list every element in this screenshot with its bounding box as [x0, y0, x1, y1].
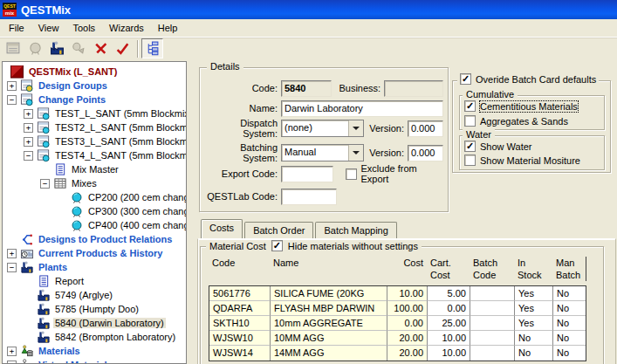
table-row[interactable]: QDARFAFLYASH MBP DARWIN100.000.00YesNo [209, 301, 586, 316]
cell-code[interactable]: WJSW10 [209, 331, 271, 346]
chevron-down-icon[interactable] [348, 145, 363, 161]
tree-item-mixes[interactable]: −Mixes [3, 176, 186, 190]
cell-in-stock[interactable]: No [515, 346, 553, 361]
tree-expander-plus[interactable]: + [7, 347, 17, 356]
tree-item-test3-l-sant-5mm-blockmixe[interactable]: +TEST3_L_SANT (5mm Blockmixe [3, 134, 186, 148]
cell-cart-cost[interactable]: 0.00 [428, 301, 470, 316]
cell-cost[interactable]: 0.00 [387, 316, 428, 331]
cell-cost[interactable]: 20.00 [387, 331, 428, 346]
table-row[interactable]: WJSW1414MM AGG20.0010.00NoNo [209, 346, 586, 361]
menu-tools[interactable]: Tools [65, 20, 102, 36]
aggregates-sands-checkbox[interactable] [464, 115, 476, 127]
cell-batch-code[interactable] [470, 301, 515, 316]
cell-in-stock[interactable]: Yes [515, 316, 553, 331]
cell-in-stock[interactable]: Yes [515, 301, 553, 316]
tree-item-designs-to-product-relations[interactable]: Designs to Product Relations [3, 232, 186, 246]
tree-item-5842-brompton-laboratory[interactable]: 5842 (Brompton Laboratory) [3, 330, 186, 344]
navigation-tree[interactable]: QESTMix (L_SANT)+Design Groups−Change Po… [2, 61, 187, 364]
tab-batch-mapping[interactable]: Batch Mapping [315, 222, 396, 238]
tree-expander-plus[interactable]: + [24, 137, 33, 147]
cell-name[interactable]: SILICA FUME (20KG [271, 286, 387, 301]
cell-name[interactable]: 10mm AGGREGATE [271, 316, 387, 331]
show-water-checkbox[interactable] [464, 141, 476, 152]
cell-name[interactable]: 10MM AGG [271, 331, 387, 346]
cell-code[interactable]: SKTH10 [209, 316, 271, 331]
exclude-from-export-checkbox[interactable] [346, 168, 357, 180]
cell-man-batch[interactable]: No [553, 316, 586, 331]
dispatch-version-field[interactable]: 0.000 [408, 120, 443, 137]
tree-item-5785-humpty-doo[interactable]: 5785 (Humpty Doo) [3, 302, 186, 316]
business-field[interactable] [384, 80, 443, 97]
tree-item-5749-arglye[interactable]: 5749 (Arglye) [3, 288, 186, 302]
batching-system-select[interactable]: Manual [281, 144, 364, 161]
delete-icon[interactable] [90, 38, 112, 58]
menu-help[interactable]: Help [151, 20, 185, 36]
tree-item-test-l-sant-5mm-blockmixes[interactable]: +TEST_L_SANT (5mm Blockmixes [3, 106, 186, 120]
cell-code[interactable]: 5061776 [209, 286, 271, 301]
cell-cost[interactable]: 20.00 [387, 346, 428, 361]
cell-in-stock[interactable]: Yes [515, 286, 553, 301]
tree-expander-minus[interactable]: − [7, 95, 17, 105]
cell-cost[interactable]: 10.00 [387, 286, 428, 301]
cell-man-batch[interactable]: No [553, 301, 586, 316]
tree-item-5840-darwin-laboratory[interactable]: 5840 (Darwin Laboratory) [3, 316, 186, 330]
menu-wizards[interactable]: Wizards [102, 20, 151, 36]
batching-version-field[interactable]: 0.000 [408, 145, 443, 161]
tree-expander-plus[interactable]: + [24, 123, 33, 133]
material-table[interactable]: 5061776SILICA FUME (20KG10.005.00YesNoQD… [209, 285, 586, 361]
tree-expander-plus[interactable]: + [7, 81, 17, 91]
cementitious-materials-checkbox[interactable] [464, 100, 476, 112]
tree-item-virtual-materials[interactable]: +Virtual Materials [3, 358, 186, 364]
menu-view[interactable]: View [31, 20, 66, 36]
tree-item-materials[interactable]: +Materials [3, 344, 186, 358]
export-code-field[interactable] [281, 166, 333, 182]
tree-expander-minus[interactable]: − [24, 151, 33, 161]
cell-man-batch[interactable]: No [553, 346, 586, 361]
transfer-icon[interactable] [68, 38, 90, 58]
tab-costs[interactable]: Costs [201, 219, 243, 238]
tree-expander-plus[interactable]: + [7, 361, 17, 364]
cell-cart-cost[interactable]: 5.00 [428, 286, 470, 301]
tree-item-change-points[interactable]: −Change Points [3, 93, 186, 106]
cell-man-batch[interactable]: No [553, 331, 586, 346]
title-bar[interactable]: QEST mix QESTMix [0, 0, 617, 19]
apply-icon[interactable] [112, 38, 134, 58]
tree-expander-plus[interactable]: + [7, 249, 17, 258]
tree-expander-plus[interactable]: + [24, 109, 33, 119]
qestlab-code-field[interactable] [281, 189, 337, 205]
batch-card-icon[interactable] [3, 38, 24, 58]
cell-name[interactable]: 14MM AGG [271, 346, 387, 361]
cell-man-batch[interactable]: No [553, 286, 586, 301]
tree-expander-minus[interactable]: − [40, 179, 50, 189]
show-material-moisture-checkbox[interactable] [464, 155, 476, 166]
cell-cart-cost[interactable]: 10.00 [428, 346, 470, 361]
name-field[interactable]: Darwin Laboratory [281, 100, 443, 117]
tree-expander-minus[interactable]: − [7, 263, 17, 272]
chevron-down-icon[interactable] [348, 120, 363, 136]
cell-code[interactable]: WJSW14 [209, 346, 271, 361]
tree-item-report[interactable]: Report [3, 274, 186, 288]
cell-in-stock[interactable]: No [515, 331, 553, 346]
table-row[interactable]: WJSW1010MM AGG20.0010.00NoNo [209, 331, 586, 346]
cell-batch-code[interactable] [470, 331, 515, 346]
menu-file[interactable]: File [2, 20, 31, 36]
tree-item-plants[interactable]: −Plants [3, 260, 186, 274]
tree-view-icon[interactable] [141, 38, 163, 58]
code-field[interactable]: 5840 [281, 80, 332, 97]
cell-batch-code[interactable] [470, 286, 515, 301]
table-row[interactable]: 5061776SILICA FUME (20KG10.005.00YesNo [209, 286, 586, 301]
tree-item-test2-l-sant-5mm-blockmixe[interactable]: +TEST2_L_SANT (5mm Blockmixe [3, 120, 186, 134]
tree-item-current-products-history[interactable]: +Current Products & History [3, 246, 186, 260]
tree-item-qestmix-l-sant[interactable]: QESTMix (L_SANT) [3, 65, 186, 79]
cell-name[interactable]: FLYASH MBP DARWIN [271, 301, 387, 316]
dispatch-system-select[interactable]: (none) [281, 120, 364, 137]
hide-materials-checkbox[interactable] [271, 240, 283, 251]
cell-batch-code[interactable] [470, 346, 515, 361]
override-batch-card-defaults-checkbox[interactable] [460, 73, 471, 85]
tree-item-cp400-400-cem-change[interactable]: CP400 (400 cem change [3, 218, 186, 232]
cell-batch-code[interactable] [470, 316, 515, 331]
tree-item-cp300-300-cem-change[interactable]: CP300 (300 cem change [3, 204, 186, 218]
tree-item-test4-l-sant-5mm-blockmixe[interactable]: −TEST4_L_SANT (5mm Blockmixe [3, 148, 186, 162]
tree-item-mix-master[interactable]: Mix Master [3, 162, 186, 176]
cell-cart-cost[interactable]: 10.00 [428, 331, 470, 346]
